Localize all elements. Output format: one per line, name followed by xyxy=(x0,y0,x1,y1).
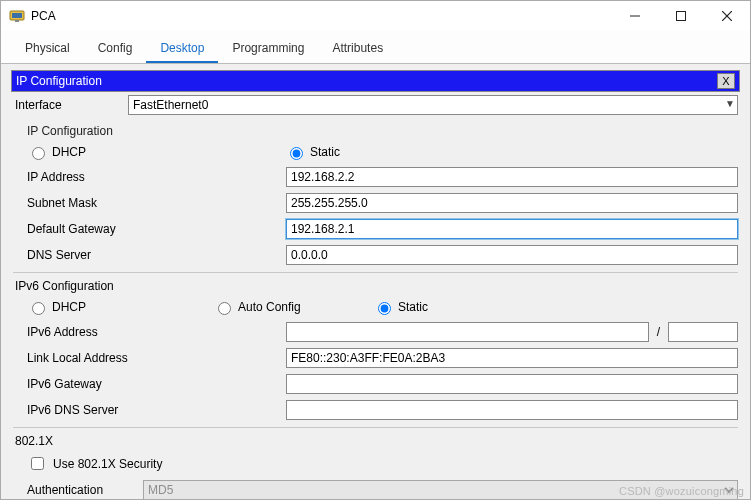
interface-value: FastEthernet0 xyxy=(133,98,208,112)
svg-rect-1 xyxy=(12,13,22,18)
tab-config[interactable]: Config xyxy=(84,37,147,63)
gateway-row: Default Gateway xyxy=(13,216,738,242)
ipv6-prefix-slash: / xyxy=(653,325,664,339)
ip-mode-row: DHCP Static xyxy=(13,140,738,164)
ip-static-radio[interactable]: Static xyxy=(213,144,373,160)
ipv6-address-input[interactable] xyxy=(286,322,649,342)
ip-address-row: IP Address xyxy=(13,164,738,190)
app-window: PCA Physical Config Desktop Programming … xyxy=(0,0,751,500)
ipv6-section-label: IPv6 Configuration xyxy=(13,277,738,295)
window-title: PCA xyxy=(31,9,612,23)
ipv6-auto-radio[interactable]: Auto Config xyxy=(213,299,373,315)
dot1x-checkbox-row[interactable]: Use 802.1X Security xyxy=(13,450,738,477)
minimize-button[interactable] xyxy=(612,1,658,31)
ip-static-input[interactable] xyxy=(290,147,303,160)
dns-row: DNS Server xyxy=(13,242,738,268)
close-icon xyxy=(722,11,732,21)
ipv6-address-label: IPv6 Address xyxy=(13,325,153,339)
ip-section-label: IP Configuration xyxy=(13,118,738,140)
dot1x-section-label: 802.1X xyxy=(13,432,738,450)
linklocal-label: Link Local Address xyxy=(13,351,153,365)
ipv6-gateway-row: IPv6 Gateway xyxy=(13,371,738,397)
ipv6-address-row: IPv6 Address / xyxy=(13,319,738,345)
tab-programming[interactable]: Programming xyxy=(218,37,318,63)
panel-close-button[interactable]: X xyxy=(717,73,735,89)
interface-label: Interface xyxy=(13,98,128,112)
separator xyxy=(13,272,738,273)
ip-address-label: IP Address xyxy=(13,170,128,184)
ipv6-gateway-label: IPv6 Gateway xyxy=(13,377,153,391)
tab-attributes[interactable]: Attributes xyxy=(318,37,397,63)
gateway-label: Default Gateway xyxy=(13,222,128,236)
panel-header: IP Configuration X xyxy=(11,70,740,92)
subnet-label: Subnet Mask xyxy=(13,196,128,210)
ipv6-dns-row: IPv6 DNS Server xyxy=(13,397,738,423)
ipv6-mode-row: DHCP Auto Config Static xyxy=(13,295,738,319)
interface-select[interactable]: FastEthernet0 ▼ xyxy=(128,95,738,115)
subnet-input[interactable] xyxy=(286,193,738,213)
dns-input[interactable] xyxy=(286,245,738,265)
ipv6-dhcp-input[interactable] xyxy=(32,302,45,315)
panel-title: IP Configuration xyxy=(16,74,717,88)
svg-rect-2 xyxy=(15,20,19,22)
chevron-down-icon: ▼ xyxy=(725,98,735,109)
content-area: IP Configuration X Interface FastEtherne… xyxy=(1,64,750,500)
ipv6-dns-input[interactable] xyxy=(286,400,738,420)
ip-dhcp-radio[interactable]: DHCP xyxy=(13,144,213,160)
dns-label: DNS Server xyxy=(13,248,128,262)
svg-rect-4 xyxy=(677,12,686,21)
ip-address-input[interactable] xyxy=(286,167,738,187)
form-area: Interface FastEthernet0 ▼ IP Configurati… xyxy=(11,92,740,500)
gateway-input[interactable] xyxy=(286,219,738,239)
tab-physical[interactable]: Physical xyxy=(11,37,84,63)
watermark: CSDN @wozuicongming xyxy=(619,485,744,497)
linklocal-row: Link Local Address xyxy=(13,345,738,371)
tab-bar: Physical Config Desktop Programming Attr… xyxy=(1,31,750,64)
ipv6-gateway-input[interactable] xyxy=(286,374,738,394)
maximize-icon xyxy=(676,11,686,21)
tab-desktop[interactable]: Desktop xyxy=(146,37,218,63)
ipv6-dhcp-radio[interactable]: DHCP xyxy=(13,299,213,315)
close-button[interactable] xyxy=(704,1,750,31)
window-controls xyxy=(612,1,750,31)
dot1x-checkbox[interactable] xyxy=(31,457,44,470)
ipv6-dns-label: IPv6 DNS Server xyxy=(13,403,153,417)
app-icon xyxy=(9,8,25,24)
subnet-row: Subnet Mask xyxy=(13,190,738,216)
ipv6-prefix-input[interactable] xyxy=(668,322,738,342)
linklocal-input[interactable] xyxy=(286,348,738,368)
ip-dhcp-input[interactable] xyxy=(32,147,45,160)
maximize-button[interactable] xyxy=(658,1,704,31)
minimize-icon xyxy=(630,11,640,21)
auth-label: Authentication xyxy=(13,483,143,497)
interface-row: Interface FastEthernet0 ▼ xyxy=(13,92,738,118)
titlebar: PCA xyxy=(1,1,750,31)
ipv6-static-radio[interactable]: Static xyxy=(373,299,738,315)
ipv6-auto-input[interactable] xyxy=(218,302,231,315)
separator-2 xyxy=(13,427,738,428)
ipv6-static-input[interactable] xyxy=(378,302,391,315)
